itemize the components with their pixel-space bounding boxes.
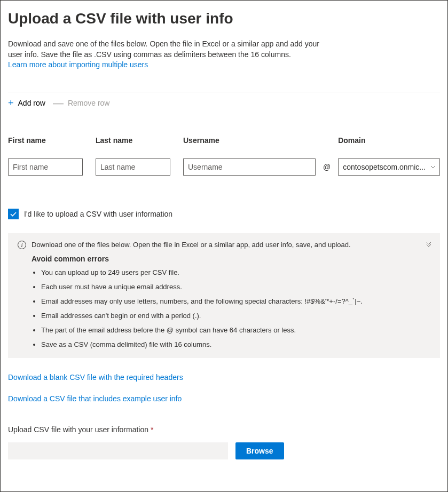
domain-select[interactable]: contosopetscom.onmic... <box>338 158 440 176</box>
upload-csv-checkbox[interactable] <box>8 209 19 219</box>
domain-label: Domain <box>338 136 440 145</box>
required-marker: * <box>151 425 153 434</box>
username-input[interactable] <box>183 158 316 176</box>
upload-label: Upload CSV file with your user informati… <box>8 425 440 434</box>
info-header: i Download one of the files below. Open … <box>18 241 430 249</box>
info-panel: i Download one of the files below. Open … <box>8 233 440 358</box>
first-name-label: First name <box>8 136 83 145</box>
checkmark-icon <box>10 210 17 218</box>
error-list: You can upload up to 249 users per CSV f… <box>32 268 430 348</box>
plus-icon: + <box>8 98 14 108</box>
remove-row-button: — Remove row <box>53 98 110 108</box>
csv-upload-panel: Upload a CSV file with user info Downloa… <box>0 0 448 492</box>
error-item: Email addresses can't begin or end with … <box>41 312 430 320</box>
upload-row: Browse <box>8 442 440 459</box>
last-name-field: Last name <box>96 136 170 176</box>
double-chevron-down-icon[interactable] <box>425 241 433 248</box>
upload-section: Upload CSV file with your user informati… <box>8 425 440 459</box>
learn-more-link[interactable]: Learn more about importing multiple user… <box>8 60 148 69</box>
browse-button[interactable]: Browse <box>235 442 284 459</box>
first-name-field: First name <box>8 136 83 176</box>
info-body: Avoid common errors You can upload up to… <box>32 255 430 348</box>
download-example-csv-link[interactable]: Download a CSV file that includes exampl… <box>8 394 440 403</box>
info-subtitle: Avoid common errors <box>32 255 430 263</box>
upload-csv-checkbox-label: I'd like to upload a CSV with user infor… <box>24 210 172 218</box>
page-title: Upload a CSV file with user info <box>8 10 440 27</box>
first-name-input[interactable] <box>8 158 83 176</box>
last-name-input[interactable] <box>96 158 170 176</box>
upload-path-input[interactable] <box>8 442 228 459</box>
download-blank-csv-link[interactable]: Download a blank CSV file with the requi… <box>8 373 440 382</box>
error-item: Email addresses may only use letters, nu… <box>41 297 430 305</box>
info-icon: i <box>18 241 26 249</box>
remove-row-label: Remove row <box>68 99 110 107</box>
minus-icon: — <box>53 98 64 108</box>
download-links: Download a blank CSV file with the requi… <box>8 373 440 403</box>
domain-selected-value: contosopetscom.onmic... <box>343 163 426 171</box>
row-toolbar: + Add row — Remove row <box>8 98 440 108</box>
upload-csv-checkbox-row: I'd like to upload a CSV with user infor… <box>8 209 440 219</box>
add-row-label: Add row <box>18 99 45 107</box>
chevron-down-icon <box>430 164 436 170</box>
error-item: Save as a CSV (comma delimited) file wit… <box>41 340 430 348</box>
username-label: Username <box>183 136 316 145</box>
last-name-label: Last name <box>96 136 170 145</box>
domain-field: Domain contosopetscom.onmic... <box>338 136 440 176</box>
error-item: You can upload up to 249 users per CSV f… <box>41 268 430 276</box>
add-row-button[interactable]: + Add row <box>8 98 45 108</box>
user-form-row: First name Last name Username @ Domain c… <box>8 136 440 176</box>
error-item: The part of the email address before the… <box>41 326 430 334</box>
info-lead-text: Download one of the files below. Open th… <box>32 241 351 249</box>
username-field: Username <box>183 136 316 176</box>
error-item: Each user must have a unique email addre… <box>41 283 430 291</box>
divider <box>8 92 440 92</box>
description-text: Download and save one of the files below… <box>8 39 328 60</box>
at-symbol: @ <box>323 158 331 176</box>
upload-label-text: Upload CSV file with your user informati… <box>8 425 148 434</box>
